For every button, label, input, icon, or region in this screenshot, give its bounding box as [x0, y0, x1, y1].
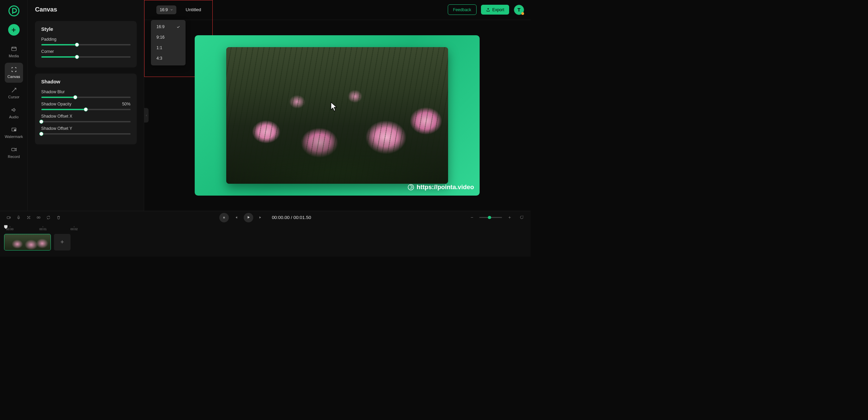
aspect-ratio-button[interactable]: 16:9 [156, 5, 176, 14]
style-title: Style [41, 26, 131, 32]
video-frame [226, 47, 448, 184]
shadow-opacity-slider[interactable] [41, 109, 131, 110]
next-frame-button[interactable] [257, 214, 264, 221]
svg-rect-14 [39, 217, 40, 218]
mic-icon[interactable] [14, 213, 23, 222]
svg-rect-1 [12, 47, 16, 51]
cursor-icon [10, 86, 18, 94]
topbar: 16:9 Untitled Feedback Export T 16:9 9:1… [144, 0, 531, 20]
export-icon [486, 8, 490, 12]
svg-rect-6 [7, 217, 10, 219]
timeline-toolbar: 00:00.00 / 00:01.50 [0, 211, 531, 224]
corner-label: Corner [41, 49, 54, 54]
nav-item-cursor[interactable]: Cursor [0, 83, 27, 103]
time-ruler: 00:00 00:01 00:02 [4, 226, 526, 232]
watermark: https://pointa.video [407, 183, 474, 191]
watermark-text: https://pointa.video [417, 183, 474, 191]
shadow-blur-label: Shadow Blur [41, 89, 65, 94]
app-logo[interactable] [6, 4, 21, 18]
shadow-offsety-slider[interactable] [41, 133, 131, 135]
audio-icon [10, 106, 18, 114]
aspect-ratio-label: 16:9 [160, 7, 168, 12]
feedback-button[interactable]: Feedback [448, 4, 477, 15]
zoom-slider[interactable] [479, 217, 502, 218]
shadow-blur-slider[interactable] [41, 97, 131, 98]
nav-item-audio[interactable]: Audio [0, 103, 27, 123]
zoom-controls [467, 213, 526, 222]
cursor-pointer-icon [330, 102, 337, 111]
svg-point-8 [27, 216, 28, 217]
preview-area: https://pointa.video [144, 20, 531, 211]
corner-slider[interactable] [41, 56, 131, 58]
video-clip[interactable] [4, 234, 51, 251]
avatar[interactable]: T [514, 5, 524, 15]
nav-item-canvas[interactable]: Canvas [5, 63, 23, 82]
nav-item-media[interactable]: Media [0, 42, 27, 62]
nav-label: Cursor [8, 95, 19, 99]
export-button[interactable]: Export [481, 5, 509, 15]
shadow-card: Shadow Shadow Blur Shadow Opacity 50% Sh… [35, 74, 137, 144]
media-icon [10, 45, 18, 53]
nav-item-watermark[interactable]: Watermark [0, 123, 27, 143]
project-title[interactable]: Untitled [186, 7, 201, 12]
svg-point-12 [28, 217, 29, 218]
svg-rect-3 [14, 130, 16, 131]
add-button[interactable] [8, 24, 20, 36]
watermark-logo-icon [407, 184, 414, 191]
shadow-offsetx-label: Shadow Offset X [41, 114, 72, 119]
effects-icon[interactable] [24, 213, 33, 222]
canvas-preview[interactable]: https://pointa.video [195, 35, 480, 196]
record-icon [10, 146, 18, 153]
add-clip-button[interactable]: + [54, 234, 71, 251]
split-icon[interactable] [34, 213, 43, 222]
canvas-icon [10, 66, 18, 73]
shadow-offsetx-slider[interactable] [41, 121, 131, 122]
svg-rect-4 [12, 148, 15, 151]
svg-rect-15 [223, 217, 225, 218]
nav-item-record[interactable]: Record [0, 143, 27, 163]
nav-label: Media [9, 54, 19, 58]
chevron-down-icon [170, 8, 173, 12]
svg-point-0 [9, 6, 19, 16]
style-card: Style Padding Corner [35, 21, 137, 67]
stop-button[interactable] [219, 213, 229, 222]
padding-label: Padding [41, 37, 57, 42]
export-label: Export [492, 7, 504, 12]
main-area: 16:9 Untitled Feedback Export T 16:9 9:1… [144, 0, 531, 257]
zoom-in-button[interactable] [505, 213, 514, 222]
shadow-opacity-value: 50% [122, 102, 130, 106]
playback-controls: 00:00.00 / 00:01.50 [219, 213, 311, 222]
svg-rect-7 [18, 216, 19, 218]
svg-point-9 [29, 216, 30, 217]
shadow-offsety-label: Shadow Offset Y [41, 126, 72, 131]
timecode: 00:00.00 / 00:01.50 [272, 215, 311, 220]
panel-title: Canvas [35, 6, 137, 13]
shadow-opacity-label: Shadow Opacity [41, 102, 72, 106]
zoom-out-button[interactable] [467, 213, 477, 222]
trash-icon[interactable] [54, 213, 63, 222]
shadow-title: Shadow [41, 79, 131, 84]
nav-label: Audio [9, 115, 19, 119]
collapse-panel-handle[interactable] [144, 108, 149, 123]
refresh-icon[interactable] [44, 213, 53, 222]
timeline: 00:00.00 / 00:01.50 00:00 00:01 00:02 [0, 211, 531, 257]
svg-point-11 [29, 218, 30, 219]
capture-icon[interactable] [4, 213, 13, 222]
svg-point-10 [27, 218, 28, 219]
svg-point-5 [408, 184, 414, 190]
nav-label: Canvas [7, 75, 20, 79]
nav-label: Record [8, 155, 20, 159]
play-button[interactable] [244, 213, 253, 222]
timeline-track[interactable]: 00:00 00:01 00:02 + [0, 224, 531, 257]
svg-rect-13 [37, 217, 38, 218]
fit-button[interactable] [517, 213, 526, 222]
video-thumbnail [226, 47, 448, 184]
prev-frame-button[interactable] [232, 214, 240, 221]
padding-slider[interactable] [41, 44, 131, 45]
watermark-icon [10, 126, 18, 134]
nav-label: Watermark [5, 135, 23, 139]
